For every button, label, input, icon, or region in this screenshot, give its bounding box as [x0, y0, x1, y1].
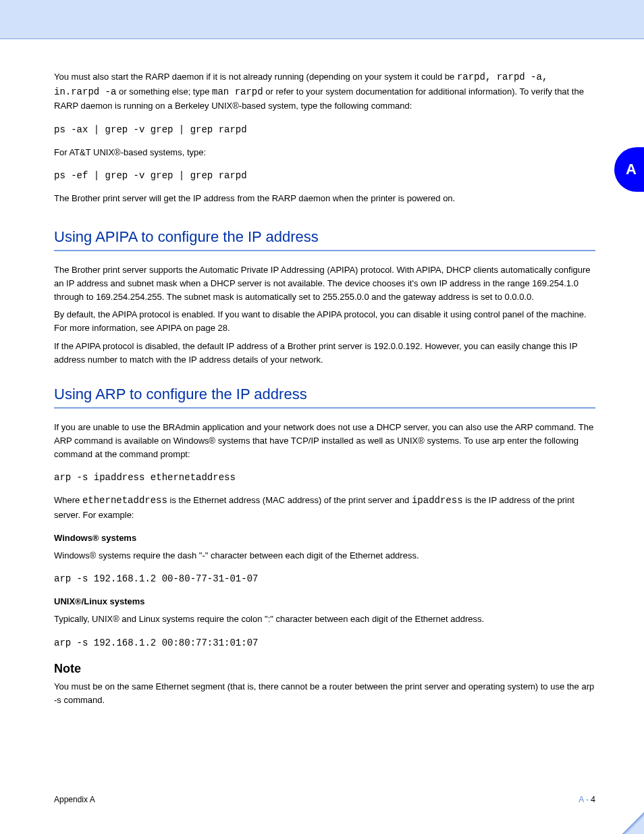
paragraph: Windows® systems require the dash "-" ch… [54, 549, 595, 563]
footer-prefix: A - [579, 795, 591, 804]
command-line: arp -s ipaddress ethernetaddress [54, 472, 595, 483]
inline-code: ethernetaddress [82, 495, 167, 506]
subheading-unix: UNIX®/Linux systems [54, 595, 595, 608]
note-block: Note You must be on the same Ethernet se… [54, 662, 595, 707]
command-line: arp -s 192.168.1.2 00-80-77-31-01-07 [54, 573, 595, 584]
text: Where [54, 495, 82, 505]
footer-left: Appendix A [54, 795, 95, 804]
footer-right: A - 4 [579, 795, 595, 804]
command-line: ps -ax | grep -v grep | grep rarpd [54, 124, 595, 135]
inline-code: man rarpd [212, 86, 263, 97]
command-line: arp -s 192.168.1.2 00:80:77:31:01:07 [54, 637, 595, 648]
paragraph: You must also start the RARP daemon if i… [54, 70, 595, 113]
text: You must also start the RARP daemon if i… [54, 72, 457, 82]
page-number: 4 [591, 795, 595, 804]
page-body: You must also start the RARP daemon if i… [0, 39, 644, 738]
paragraph: Where ethernetaddress is the Ethernet ad… [54, 494, 595, 522]
heading-rule [54, 407, 595, 409]
paragraph: For AT&T UNIX®-based systems, type: [54, 146, 595, 159]
paragraph: The Brother print server will get the IP… [54, 192, 595, 205]
header-band [0, 0, 644, 39]
section-heading-apipa: Using APIPA to configure the IP address [54, 228, 595, 246]
subheading-windows: Windows® systems [54, 531, 595, 545]
inline-code: ipaddress [412, 495, 463, 506]
paragraph: If you are unable to use the BRAdmin app… [54, 421, 595, 461]
page-corner-fold [622, 812, 644, 834]
section-heading-arp: Using ARP to configure the IP address [54, 386, 595, 403]
paragraph: By default, the APIPA protocol is enable… [54, 308, 595, 335]
paragraph: Typically, UNIX® and Linux systems requi… [54, 613, 595, 626]
content-column: You must also start the RARP daemon if i… [54, 70, 595, 707]
paragraph: If the APIPA protocol is disabled, the d… [54, 340, 595, 367]
text: is the Ethernet address (MAC address) of… [167, 495, 412, 505]
note-label: Note [54, 662, 595, 676]
text: or something else; type [116, 86, 212, 97]
paragraph: The Brother print server supports the Au… [54, 263, 595, 304]
note-text: You must be on the same Ethernet segment… [54, 680, 595, 707]
command-line: ps -ef | grep -v grep | grep rarpd [54, 170, 595, 181]
heading-rule [54, 250, 595, 251]
